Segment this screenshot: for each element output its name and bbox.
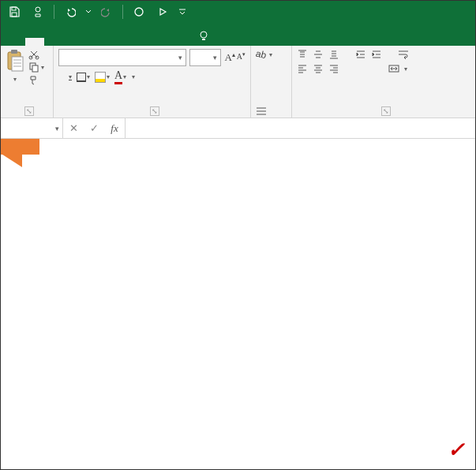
- indent-buttons[interactable]: [256, 99, 287, 116]
- align-top-button[interactable]: [297, 49, 308, 60]
- svg-rect-1: [12, 13, 17, 17]
- svg-rect-6: [11, 50, 17, 54]
- dropdown-icon[interactable]: [84, 2, 92, 21]
- shrink-font-button[interactable]: A▾: [237, 51, 245, 64]
- ribbon: ▾ ▾ ⤡ ▾ ▾ A▴ A▾ ▾ ▾: [0, 46, 476, 118]
- undo-icon[interactable]: [61, 2, 80, 21]
- align-center-button[interactable]: [313, 63, 324, 74]
- worksheet[interactable]: + ✓: [0, 139, 476, 470]
- save-icon[interactable]: [5, 2, 24, 21]
- format-painter-button[interactable]: [28, 74, 39, 85]
- align-bottom-button[interactable]: [328, 49, 339, 60]
- tab-home[interactable]: [25, 38, 44, 46]
- tab-insert[interactable]: [46, 38, 65, 46]
- circle-icon[interactable]: [129, 2, 148, 21]
- dialog-launcher-icon[interactable]: ⤡: [150, 106, 159, 116]
- group-font: ▾ ▾ A▴ A▾ ▾ ▾ ▾ A▾ ▾ ⤡: [54, 46, 251, 118]
- formula-input[interactable]: [126, 118, 476, 138]
- tab-layout[interactable]: [66, 38, 85, 46]
- redo-icon[interactable]: [97, 2, 116, 21]
- tab-formulas[interactable]: [87, 38, 106, 46]
- svg-rect-0: [12, 7, 16, 10]
- border-button[interactable]: ▾: [77, 73, 90, 82]
- increase-indent-button[interactable]: [371, 49, 382, 60]
- merge-center-button[interactable]: ▾: [388, 64, 407, 73]
- svg-point-3: [135, 8, 143, 16]
- cancel-formula-button[interactable]: ✕: [63, 122, 84, 134]
- paste-button[interactable]: ▾: [5, 49, 25, 85]
- name-box[interactable]: ▾: [0, 118, 63, 138]
- chevron-down-icon: ▾: [13, 76, 17, 83]
- dialog-launcher-icon[interactable]: ⤡: [381, 106, 391, 116]
- align-right-button[interactable]: [328, 63, 339, 74]
- orientation-button[interactable]: ab▾: [256, 49, 287, 60]
- copy-button[interactable]: ▾: [28, 62, 44, 73]
- font-color-button[interactable]: A▾: [114, 69, 126, 84]
- chevron-down-icon: ▾: [208, 54, 217, 62]
- tab-help[interactable]: [169, 38, 188, 46]
- group-alignment: ▾ ⤡: [292, 46, 476, 118]
- bulb-icon: [199, 31, 208, 42]
- align-middle-button[interactable]: [313, 49, 324, 60]
- fill-color-button[interactable]: ▾: [95, 72, 110, 83]
- clipboard-icon: [5, 49, 25, 73]
- fx-button[interactable]: fx: [104, 122, 125, 135]
- tab-review[interactable]: [128, 38, 147, 46]
- fill-icon: [95, 72, 106, 83]
- wrap-text-button[interactable]: [398, 50, 411, 59]
- enter-formula-button[interactable]: ✓: [84, 122, 104, 134]
- tab-tellme[interactable]: [189, 27, 221, 46]
- cut-button[interactable]: [28, 49, 39, 60]
- play-icon[interactable]: [153, 2, 172, 21]
- align-left-button[interactable]: [297, 63, 308, 74]
- formula-bar: ▾ ✕ ✓ fx: [0, 118, 476, 139]
- tab-data[interactable]: [107, 38, 126, 46]
- decrease-indent-button[interactable]: [355, 49, 366, 60]
- dialog-launcher-icon[interactable]: ⤡: [24, 106, 34, 116]
- group-number: ab▾: [251, 46, 292, 118]
- quick-access-toolbar: [0, 0, 476, 24]
- ribbon-tabs: [0, 24, 476, 46]
- toggle-icon[interactable]: [28, 2, 47, 21]
- font-size-combo[interactable]: ▾: [189, 49, 221, 66]
- grow-font-button[interactable]: A▴: [224, 51, 234, 64]
- chevron-down-icon: ▾: [55, 125, 59, 132]
- chevron-down-icon: ▾: [174, 54, 182, 62]
- svg-rect-11: [32, 65, 38, 72]
- svg-rect-7: [12, 57, 23, 71]
- group-clipboard: ▾ ▾ ⤡: [0, 46, 54, 118]
- check-icon: ✓: [448, 438, 465, 462]
- tab-file[interactable]: [5, 38, 24, 46]
- tab-view[interactable]: [148, 38, 167, 46]
- qat-customize-icon[interactable]: [177, 2, 188, 21]
- watermark: ✓: [444, 438, 465, 462]
- svg-point-4: [201, 32, 207, 38]
- phonetic-button[interactable]: ▾: [131, 73, 135, 80]
- border-icon: [77, 73, 86, 82]
- font-name-combo[interactable]: ▾: [58, 49, 186, 66]
- svg-point-2: [36, 7, 40, 12]
- underline-button[interactable]: ▾: [68, 73, 72, 80]
